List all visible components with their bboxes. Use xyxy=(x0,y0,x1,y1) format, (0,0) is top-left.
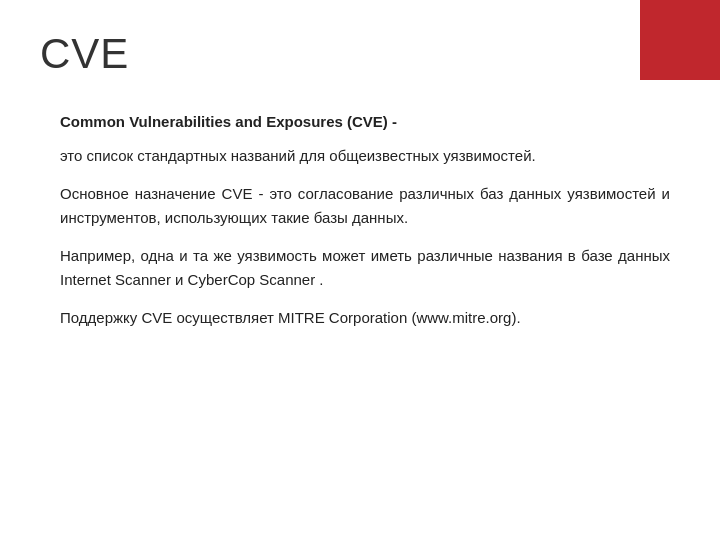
red-decorative-block xyxy=(640,0,720,80)
paragraph-4: Поддержку CVE осуществляет MITRE Corpora… xyxy=(60,306,670,330)
slide-title: CVE xyxy=(40,30,129,78)
paragraph-3: Например, одна и та же уязвимость может … xyxy=(60,244,670,292)
slide: CVE Common Vulnerabilities and Exposures… xyxy=(0,0,720,540)
intro-bold-text: Common Vulnerabilities and Exposures (CV… xyxy=(60,110,670,134)
paragraph-2: Основное назначение CVE - это согласован… xyxy=(60,182,670,230)
paragraph-1: это список стандартных названий для обще… xyxy=(60,144,670,168)
slide-content: Common Vulnerabilities and Exposures (CV… xyxy=(60,110,670,344)
